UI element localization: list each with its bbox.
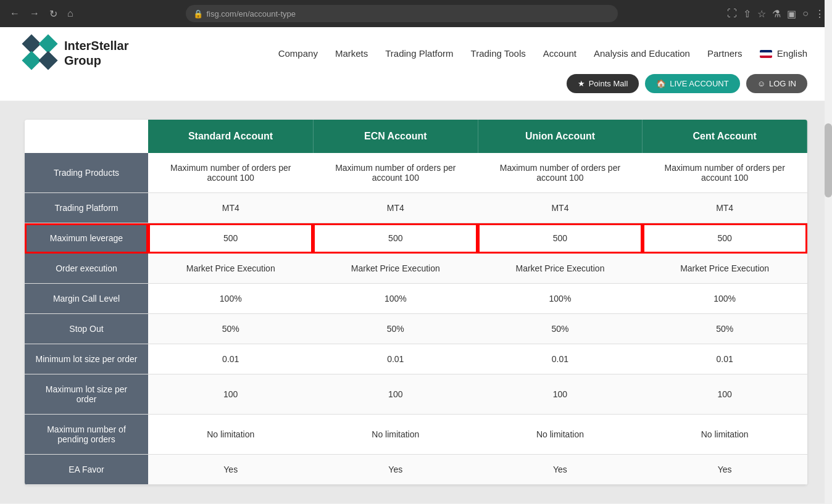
screenshot-icon[interactable]: ⛶ <box>727 8 737 19</box>
row-header-3: Order execution <box>25 254 148 284</box>
cell-r9-c2: Yes <box>478 455 643 485</box>
refresh-button[interactable]: ↻ <box>47 6 60 22</box>
share-icon[interactable]: ⇧ <box>743 8 751 20</box>
content-area: Standard Account ECN Account Union Accou… <box>0 101 832 503</box>
col-header-ecn: ECN Account <box>313 120 478 153</box>
cell-r8-c0: No limitation <box>148 415 313 455</box>
navbar-top: InterStellar Group Company Markets Tradi… <box>0 27 832 69</box>
table-row: EA FavorYesYesYesYes <box>25 455 807 485</box>
cell-r4-c0: 100% <box>148 284 313 314</box>
row-header-1: Trading Platform <box>25 193 148 223</box>
table-row: Minimum lot size per order0.010.010.010.… <box>25 344 807 374</box>
table-row: Margin Call Level100%100%100%100% <box>25 284 807 314</box>
points-mall-button[interactable]: ★ Points Mall <box>567 74 639 93</box>
cell-r7-c3: 100 <box>643 374 807 415</box>
cell-r4-c1: 100% <box>313 284 478 314</box>
row-header-8: Maximum number of pending orders <box>25 415 148 455</box>
cell-r3-c3: Market Price Execution <box>643 254 807 284</box>
table-header-row: Standard Account ECN Account Union Accou… <box>25 120 807 153</box>
nav-markets[interactable]: Markets <box>335 48 368 59</box>
cell-r1-c1: MT4 <box>313 193 478 223</box>
back-button[interactable]: ← <box>7 6 22 22</box>
cell-r1-c0: MT4 <box>148 193 313 223</box>
menu-icon[interactable]: ⋮ <box>815 8 825 20</box>
nav-links: Company Markets Trading Platform Trading… <box>278 48 807 59</box>
table-row: Maximum leverage500500500500 <box>25 223 807 254</box>
scrollbar-track[interactable] <box>825 0 832 503</box>
cell-r8-c2: No limitation <box>478 415 643 455</box>
browser-chrome: ← → ↻ ⌂ 🔒 fisg.com/en/account-type ⛶ ⇧ ☆… <box>0 0 832 27</box>
table-row: Stop Out50%50%50%50% <box>25 314 807 344</box>
page: InterStellar Group Company Markets Tradi… <box>0 27 832 503</box>
diamond-bottom-right <box>38 51 57 70</box>
cell-r4-c3: 100% <box>643 284 807 314</box>
nav-trading-tools[interactable]: Trading Tools <box>471 48 526 59</box>
url-text: fisg.com/en/account-type <box>207 9 296 19</box>
address-bar[interactable]: 🔒 fisg.com/en/account-type <box>186 5 618 22</box>
scrollbar-thumb[interactable] <box>825 123 832 197</box>
extension-icon[interactable]: ⚗ <box>772 8 781 20</box>
row-header-7: Maximum lot size per order <box>25 374 148 415</box>
home-button[interactable]: ⌂ <box>65 6 76 22</box>
comparison-table-wrapper: Standard Account ECN Account Union Accou… <box>25 120 807 485</box>
nav-partners[interactable]: Partners <box>707 48 743 59</box>
cell-r4-c2: 100% <box>478 284 643 314</box>
cell-r9-c0: Yes <box>148 455 313 485</box>
cell-r9-c1: Yes <box>313 455 478 485</box>
cell-r5-c2: 50% <box>478 314 643 344</box>
nav-language[interactable]: English <box>760 48 807 59</box>
table-row: Trading ProductsMaximum number of orders… <box>25 153 807 193</box>
cell-r6-c2: 0.01 <box>478 344 643 374</box>
points-icon: ★ <box>578 79 585 88</box>
cell-r5-c0: 50% <box>148 314 313 344</box>
table-row: Trading PlatformMT4MT4MT4MT4 <box>25 193 807 223</box>
table-row: Maximum number of pending ordersNo limit… <box>25 415 807 455</box>
live-account-button[interactable]: 🏠 LIVE ACCOUNT <box>645 74 739 93</box>
nav-company[interactable]: Company <box>278 48 318 59</box>
col-header-union: Union Account <box>478 120 643 153</box>
nav-account[interactable]: Account <box>543 48 576 59</box>
table-header: Standard Account ECN Account Union Accou… <box>25 120 807 153</box>
flag-icon <box>760 50 772 58</box>
cell-r0-c3: Maximum number of orders per account 100 <box>643 153 807 193</box>
comparison-table: Standard Account ECN Account Union Accou… <box>25 120 807 485</box>
cell-r0-c0: Maximum number of orders per account 100 <box>148 153 313 193</box>
nav-trading-platform[interactable]: Trading Platform <box>385 48 453 59</box>
navbar: InterStellar Group Company Markets Tradi… <box>0 27 832 101</box>
cell-r2-c0: 500 <box>148 223 313 254</box>
cell-r5-c1: 50% <box>313 314 478 344</box>
row-header-9: EA Favor <box>25 455 148 485</box>
layout-icon[interactable]: ▣ <box>787 8 796 20</box>
col-header-standard: Standard Account <box>148 120 313 153</box>
cell-r2-c1: 500 <box>313 223 478 254</box>
cell-r1-c3: MT4 <box>643 193 807 223</box>
cell-r6-c1: 0.01 <box>313 344 478 374</box>
cell-r8-c3: No limitation <box>643 415 807 455</box>
logo[interactable]: InterStellar Group <box>25 37 128 69</box>
cell-r5-c3: 50% <box>643 314 807 344</box>
cell-r0-c1: Maximum number of orders per account 100 <box>313 153 478 193</box>
row-header-5: Stop Out <box>25 314 148 344</box>
cell-r7-c1: 100 <box>313 374 478 415</box>
cell-r1-c2: MT4 <box>478 193 643 223</box>
nav-analysis[interactable]: Analysis and Education <box>594 48 690 59</box>
cell-r6-c3: 0.01 <box>643 344 807 374</box>
cell-r8-c1: No limitation <box>313 415 478 455</box>
col-header-cent: Cent Account <box>643 120 807 153</box>
cell-r7-c2: 100 <box>478 374 643 415</box>
cell-r6-c0: 0.01 <box>148 344 313 374</box>
login-button[interactable]: ☺ LOG IN <box>746 74 807 93</box>
logo-diamonds <box>25 37 57 69</box>
row-header-2: Maximum leverage <box>25 223 148 254</box>
cell-r7-c0: 100 <box>148 374 313 415</box>
profile-icon[interactable]: ○ <box>802 8 809 19</box>
forward-button[interactable]: → <box>27 6 42 22</box>
bank-icon: 🏠 <box>656 79 666 88</box>
star-icon[interactable]: ☆ <box>757 8 766 20</box>
row-header-6: Minimum lot size per order <box>25 344 148 374</box>
cell-r2-c2: 500 <box>478 223 643 254</box>
browser-action-buttons: ⛶ ⇧ ☆ ⚗ ▣ ○ ⋮ <box>727 8 825 20</box>
navbar-buttons: ★ Points Mall 🏠 LIVE ACCOUNT ☺ LOG IN <box>0 69 832 101</box>
table-body: Trading ProductsMaximum number of orders… <box>25 153 807 485</box>
user-icon: ☺ <box>757 79 765 88</box>
